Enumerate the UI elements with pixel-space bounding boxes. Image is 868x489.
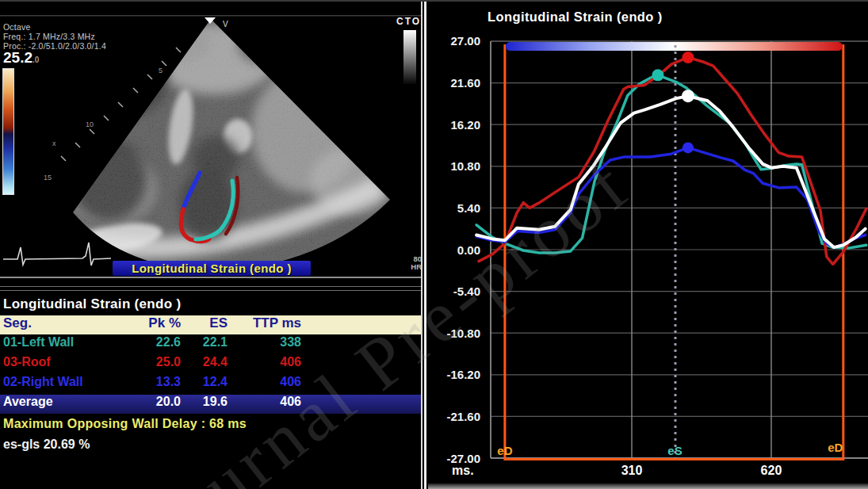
y-tick-label: -16.20	[446, 368, 480, 381]
panel-divider	[421, 0, 423, 489]
seg-es: 24.4	[188, 355, 228, 369]
echo-title-text: Longitudinal Strain (endo )	[132, 262, 292, 275]
x-axis-unit: ms.	[452, 464, 474, 477]
x-tick-label: 620	[761, 464, 782, 477]
peak-marker-03-roof	[682, 52, 694, 63]
y-tick-label: 10.80	[450, 159, 480, 173]
wall-delay-text: Maximum Opposing Wall Delay : 68 ms	[3, 417, 247, 431]
col-pk: Pk %	[101, 315, 181, 331]
y-tick-label: -5.40	[453, 285, 480, 298]
col-ttp: TTP ms	[230, 315, 301, 331]
peak-marker-01-left-wall	[652, 69, 663, 81]
strain-analysis-screen: 5 10 15 x V Octave Freq.: 1.7 MHz/3.3 MH…	[0, 0, 868, 489]
seg-name: 01-Left Wall	[3, 335, 74, 350]
table-title: Longitudinal Strain (endo )	[3, 296, 181, 312]
seg-pk: 13.3	[101, 375, 181, 389]
seg-pk: 22.6	[101, 335, 181, 350]
screen-top-edge	[0, 0, 868, 2]
y-tick-label: 16.20	[450, 118, 480, 132]
depth-label-5: 5	[159, 67, 163, 74]
y-tick-label: 5.40	[457, 201, 480, 215]
col-seg: Seg.	[3, 315, 32, 331]
hr-unit: HR	[403, 263, 422, 271]
seg-name: 02-Right Wall	[3, 375, 83, 389]
avg-es: 19.6	[188, 395, 228, 409]
y-tick-label: -10.80	[446, 327, 480, 340]
seg-es: 12.4	[188, 375, 228, 389]
panel-bottom-edge	[428, 483, 868, 489]
table-row: 02-Right Wall 13.3 12.4 406	[0, 375, 423, 394]
separator-line	[0, 290, 423, 291]
panel-divider	[424, 0, 426, 489]
mode-label: Octave	[3, 22, 30, 32]
separator-line	[0, 277, 423, 278]
col-es: ES	[188, 315, 228, 331]
seg-es: 22.1	[188, 335, 228, 350]
avg-label: Average	[3, 395, 53, 409]
gain-suffix: .0	[33, 55, 39, 64]
table-header-row: Seg. Pk % ES TTP ms	[0, 315, 423, 334]
echo-title-strip: Longitudinal Strain (endo )	[113, 261, 311, 276]
avg-ttp: 406	[230, 395, 301, 409]
peak-marker-average	[682, 90, 694, 102]
freq-label: Freq.: 1.7 MHz/3.3 MHz	[3, 32, 95, 41]
table-average-row: Average 20.0 19.6 406	[0, 395, 423, 414]
peak-marker-02-right-wall	[683, 142, 694, 153]
heart-rate-readout: 80 HR	[403, 255, 422, 271]
avg-pk: 20.0	[101, 395, 181, 409]
seg-ttp: 406	[230, 375, 301, 389]
gain-value: 25.2	[3, 49, 33, 66]
gain-readout: 25.2.0	[3, 49, 39, 67]
focus-marker: x	[52, 139, 56, 147]
seg-pk: 25.0	[101, 355, 181, 369]
echo-panel: 5 10 15 x V Octave Freq.: 1.7 MHz/3.3 MH…	[0, 0, 423, 489]
probe-label: CTO	[396, 16, 421, 27]
y-tick-label: 27.00	[450, 34, 480, 48]
table-row: 01-Left Wall 22.6 22.1 338	[0, 335, 423, 354]
apex-marker-letter: V	[223, 20, 228, 29]
strain-gradient-bar	[506, 42, 843, 51]
es-gls-text: es-gls 20.69 %	[3, 437, 90, 452]
y-tick-label: -27.00	[446, 452, 480, 465]
seg-name: 03-Roof	[3, 355, 51, 369]
depth-label-10: 10	[86, 120, 94, 128]
separator-line	[0, 286, 423, 287]
strain-colorbar	[2, 68, 14, 195]
phase-label-eS: eS	[667, 444, 682, 457]
strain-chart: 27.0021.6016.2010.805.400.00-5.40-10.80-…	[428, 0, 868, 489]
seg-ttp: 406	[230, 355, 301, 369]
table-row: 03-Roof 25.0 24.4 406	[0, 355, 423, 374]
depth-label-15: 15	[44, 174, 52, 181]
phase-label-eD: eD	[497, 444, 512, 457]
phase-label-eD: eD	[828, 441, 843, 454]
y-tick-label: 0.00	[457, 243, 480, 257]
x-tick-label: 310	[621, 464, 643, 477]
echo-top-border	[0, 15, 423, 17]
y-tick-label: 21.60	[450, 76, 480, 90]
grayscale-bar	[403, 30, 416, 84]
strain-chart-panel: Longitudinal Strain (endo ) 27.0021.6016…	[428, 0, 868, 489]
y-tick-label: -21.60	[446, 410, 480, 423]
seg-ttp: 338	[230, 335, 301, 350]
